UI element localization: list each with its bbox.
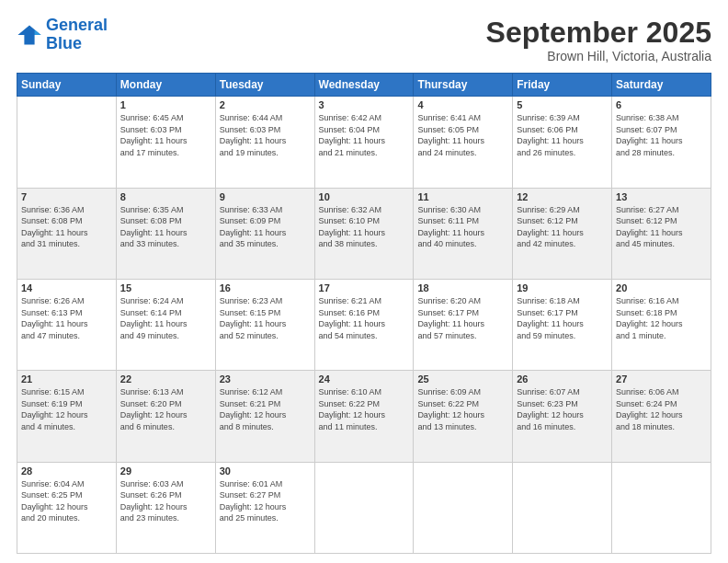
day-number: 16 bbox=[220, 282, 311, 293]
calendar-cell: 22Sunrise: 6:13 AM Sunset: 6:20 PM Dayli… bbox=[116, 371, 215, 462]
day-info: Sunrise: 6:38 AM Sunset: 6:07 PM Dayligh… bbox=[616, 112, 707, 158]
location: Brown Hill, Victoria, Australia bbox=[486, 49, 711, 63]
day-info: Sunrise: 6:12 AM Sunset: 6:21 PM Dayligh… bbox=[220, 386, 311, 432]
day-info: Sunrise: 6:10 AM Sunset: 6:22 PM Dayligh… bbox=[319, 386, 410, 432]
day-info: Sunrise: 6:39 AM Sunset: 6:06 PM Dayligh… bbox=[517, 112, 608, 158]
day-number: 10 bbox=[319, 191, 410, 202]
calendar-table: SundayMondayTuesdayWednesdayThursdayFrid… bbox=[17, 73, 711, 554]
day-header-friday: Friday bbox=[513, 74, 612, 97]
calendar-week-row: 7Sunrise: 6:36 AM Sunset: 6:08 PM Daylig… bbox=[17, 188, 711, 279]
day-info: Sunrise: 6:30 AM Sunset: 6:11 PM Dayligh… bbox=[417, 204, 508, 250]
day-number: 15 bbox=[120, 282, 211, 293]
day-number: 18 bbox=[417, 282, 508, 293]
calendar-cell: 27Sunrise: 6:06 AM Sunset: 6:24 PM Dayli… bbox=[612, 371, 711, 462]
day-info: Sunrise: 6:27 AM Sunset: 6:12 PM Dayligh… bbox=[616, 204, 707, 250]
calendar-week-row: 28Sunrise: 6:04 AM Sunset: 6:25 PM Dayli… bbox=[17, 462, 711, 553]
calendar-cell: 23Sunrise: 6:12 AM Sunset: 6:21 PM Dayli… bbox=[215, 371, 314, 462]
calendar-cell: 9Sunrise: 6:33 AM Sunset: 6:09 PM Daylig… bbox=[215, 188, 314, 279]
page: General Blue September 2025 Brown Hill, … bbox=[0, 0, 728, 563]
day-header-sunday: Sunday bbox=[17, 74, 117, 97]
calendar-cell: 26Sunrise: 6:07 AM Sunset: 6:23 PM Dayli… bbox=[513, 371, 612, 462]
day-number: 27 bbox=[616, 373, 707, 385]
calendar-cell: 10Sunrise: 6:32 AM Sunset: 6:10 PM Dayli… bbox=[314, 188, 414, 279]
day-info: Sunrise: 6:42 AM Sunset: 6:04 PM Dayligh… bbox=[319, 112, 410, 158]
day-number: 3 bbox=[319, 99, 410, 110]
day-info: Sunrise: 6:13 AM Sunset: 6:20 PM Dayligh… bbox=[120, 386, 211, 432]
day-info: Sunrise: 6:33 AM Sunset: 6:09 PM Dayligh… bbox=[220, 204, 311, 250]
calendar-week-row: 1Sunrise: 6:45 AM Sunset: 6:03 PM Daylig… bbox=[17, 97, 711, 188]
calendar-cell: 11Sunrise: 6:30 AM Sunset: 6:11 PM Dayli… bbox=[414, 188, 513, 279]
calendar-cell: 29Sunrise: 6:03 AM Sunset: 6:26 PM Dayli… bbox=[116, 462, 215, 553]
calendar-cell: 8Sunrise: 6:35 AM Sunset: 6:08 PM Daylig… bbox=[116, 188, 215, 279]
day-header-tuesday: Tuesday bbox=[215, 74, 314, 97]
calendar-cell: 13Sunrise: 6:27 AM Sunset: 6:12 PM Dayli… bbox=[612, 188, 711, 279]
day-header-saturday: Saturday bbox=[612, 74, 711, 97]
day-number: 22 bbox=[120, 373, 211, 385]
calendar-cell bbox=[414, 462, 513, 553]
day-number: 21 bbox=[21, 373, 112, 385]
day-number: 25 bbox=[417, 373, 508, 385]
calendar-cell: 4Sunrise: 6:41 AM Sunset: 6:05 PM Daylig… bbox=[414, 97, 513, 188]
calendar-cell: 19Sunrise: 6:18 AM Sunset: 6:17 PM Dayli… bbox=[513, 279, 612, 370]
calendar-cell: 24Sunrise: 6:10 AM Sunset: 6:22 PM Dayli… bbox=[314, 371, 414, 462]
calendar-cell: 7Sunrise: 6:36 AM Sunset: 6:08 PM Daylig… bbox=[17, 188, 117, 279]
calendar-cell: 1Sunrise: 6:45 AM Sunset: 6:03 PM Daylig… bbox=[116, 97, 215, 188]
day-number: 11 bbox=[417, 191, 508, 202]
day-info: Sunrise: 6:29 AM Sunset: 6:12 PM Dayligh… bbox=[517, 204, 608, 250]
day-info: Sunrise: 6:26 AM Sunset: 6:13 PM Dayligh… bbox=[21, 295, 112, 341]
day-number: 14 bbox=[21, 282, 112, 293]
day-info: Sunrise: 6:45 AM Sunset: 6:03 PM Dayligh… bbox=[120, 112, 211, 158]
day-info: Sunrise: 6:21 AM Sunset: 6:16 PM Dayligh… bbox=[319, 295, 410, 341]
day-number: 17 bbox=[319, 282, 410, 293]
day-header-thursday: Thursday bbox=[414, 74, 513, 97]
calendar-cell: 21Sunrise: 6:15 AM Sunset: 6:19 PM Dayli… bbox=[17, 371, 117, 462]
day-number: 9 bbox=[220, 191, 311, 202]
day-number: 2 bbox=[220, 99, 311, 110]
title-block: September 2025 Brown Hill, Victoria, Aus… bbox=[486, 17, 711, 63]
calendar-cell: 14Sunrise: 6:26 AM Sunset: 6:13 PM Dayli… bbox=[17, 279, 117, 370]
month-title: September 2025 bbox=[486, 17, 711, 49]
calendar-cell: 18Sunrise: 6:20 AM Sunset: 6:17 PM Dayli… bbox=[414, 279, 513, 370]
calendar-cell: 5Sunrise: 6:39 AM Sunset: 6:06 PM Daylig… bbox=[513, 97, 612, 188]
day-info: Sunrise: 6:07 AM Sunset: 6:23 PM Dayligh… bbox=[517, 386, 608, 432]
day-info: Sunrise: 6:03 AM Sunset: 6:26 PM Dayligh… bbox=[120, 478, 211, 524]
day-info: Sunrise: 6:35 AM Sunset: 6:08 PM Dayligh… bbox=[120, 204, 211, 250]
day-number: 29 bbox=[120, 465, 211, 477]
day-info: Sunrise: 6:44 AM Sunset: 6:03 PM Dayligh… bbox=[220, 112, 311, 158]
day-number: 23 bbox=[220, 373, 311, 385]
day-number: 30 bbox=[220, 465, 311, 477]
day-number: 28 bbox=[21, 465, 112, 477]
day-number: 12 bbox=[517, 191, 608, 202]
day-info: Sunrise: 6:04 AM Sunset: 6:25 PM Dayligh… bbox=[21, 478, 112, 524]
calendar-week-row: 21Sunrise: 6:15 AM Sunset: 6:19 PM Dayli… bbox=[17, 371, 711, 462]
day-header-wednesday: Wednesday bbox=[314, 74, 414, 97]
logo: General Blue bbox=[17, 17, 108, 53]
day-number: 20 bbox=[616, 282, 707, 293]
calendar-cell bbox=[314, 462, 414, 553]
day-number: 26 bbox=[517, 373, 608, 385]
day-info: Sunrise: 6:36 AM Sunset: 6:08 PM Dayligh… bbox=[21, 204, 112, 250]
day-number: 7 bbox=[21, 191, 112, 202]
day-info: Sunrise: 6:23 AM Sunset: 6:15 PM Dayligh… bbox=[220, 295, 311, 341]
day-number: 1 bbox=[120, 99, 211, 110]
calendar-cell: 16Sunrise: 6:23 AM Sunset: 6:15 PM Dayli… bbox=[215, 279, 314, 370]
day-info: Sunrise: 6:32 AM Sunset: 6:10 PM Dayligh… bbox=[319, 204, 410, 250]
day-info: Sunrise: 6:20 AM Sunset: 6:17 PM Dayligh… bbox=[417, 295, 508, 341]
day-info: Sunrise: 6:06 AM Sunset: 6:24 PM Dayligh… bbox=[616, 386, 707, 432]
calendar-header-row: SundayMondayTuesdayWednesdayThursdayFrid… bbox=[17, 74, 711, 97]
day-info: Sunrise: 6:41 AM Sunset: 6:05 PM Dayligh… bbox=[417, 112, 508, 158]
day-number: 4 bbox=[417, 99, 508, 110]
calendar-cell: 25Sunrise: 6:09 AM Sunset: 6:22 PM Dayli… bbox=[414, 371, 513, 462]
calendar-cell: 12Sunrise: 6:29 AM Sunset: 6:12 PM Dayli… bbox=[513, 188, 612, 279]
day-number: 8 bbox=[120, 191, 211, 202]
calendar-cell: 28Sunrise: 6:04 AM Sunset: 6:25 PM Dayli… bbox=[17, 462, 117, 553]
calendar-cell: 17Sunrise: 6:21 AM Sunset: 6:16 PM Dayli… bbox=[314, 279, 414, 370]
day-info: Sunrise: 6:09 AM Sunset: 6:22 PM Dayligh… bbox=[417, 386, 508, 432]
calendar-cell: 30Sunrise: 6:01 AM Sunset: 6:27 PM Dayli… bbox=[215, 462, 314, 553]
day-header-monday: Monday bbox=[116, 74, 215, 97]
calendar-week-row: 14Sunrise: 6:26 AM Sunset: 6:13 PM Dayli… bbox=[17, 279, 711, 370]
calendar-cell: 20Sunrise: 6:16 AM Sunset: 6:18 PM Dayli… bbox=[612, 279, 711, 370]
calendar-cell bbox=[513, 462, 612, 553]
day-info: Sunrise: 6:01 AM Sunset: 6:27 PM Dayligh… bbox=[220, 478, 311, 524]
header: General Blue September 2025 Brown Hill, … bbox=[17, 17, 711, 63]
